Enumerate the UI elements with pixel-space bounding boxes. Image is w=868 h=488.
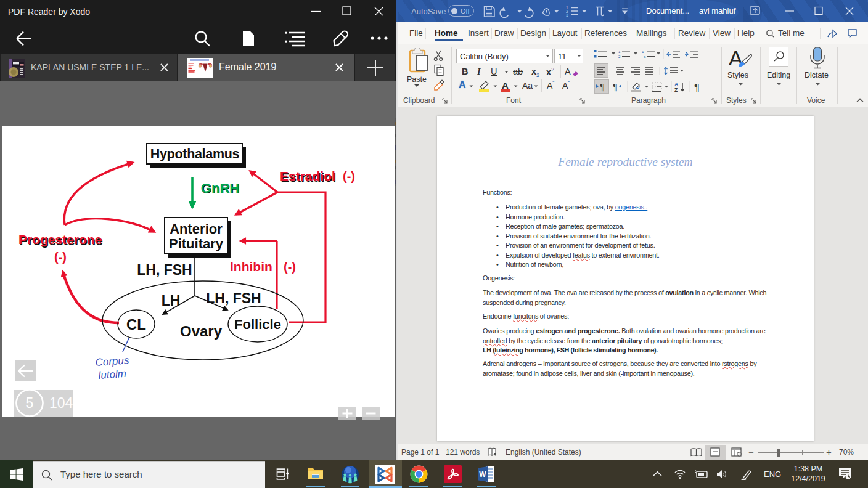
- svg-text:Follicle: Follicle: [234, 317, 281, 332]
- svg-text:Anterior: Anterior: [170, 221, 223, 237]
- svg-text:CL: CL: [126, 316, 146, 333]
- svg-text:¶: ¶: [613, 81, 618, 92]
- svg-text:Estradiol: Estradiol: [280, 169, 335, 183]
- svg-text:5: 5: [26, 395, 34, 411]
- svg-text:Inhibin: Inhibin: [230, 259, 272, 274]
- svg-text:Corpus: Corpus: [95, 354, 129, 368]
- svg-text:¶: ¶: [694, 82, 700, 92]
- svg-text:lutolm: lutolm: [98, 368, 127, 381]
- svg-text:104: 104: [49, 395, 73, 411]
- svg-text:1: 1: [618, 50, 621, 54]
- svg-text:Z: Z: [674, 87, 678, 92]
- svg-text:Ovary: Ovary: [180, 323, 223, 340]
- svg-text:¶: ¶: [600, 81, 605, 92]
- svg-text:Progesterone: Progesterone: [18, 232, 102, 246]
- svg-text:a: a: [644, 55, 646, 59]
- svg-text:LH: LH: [162, 293, 181, 309]
- svg-text:Pituitary: Pituitary: [169, 236, 224, 251]
- svg-text:2: 2: [618, 55, 621, 59]
- svg-text:(-): (-): [284, 260, 296, 274]
- svg-text:(-): (-): [54, 250, 67, 264]
- svg-text:Hypothalamus: Hypothalamus: [150, 147, 240, 161]
- svg-text:1: 1: [642, 50, 644, 54]
- svg-text:GnRH: GnRH: [201, 181, 239, 196]
- svg-text:LH, FSH: LH, FSH: [206, 290, 261, 306]
- svg-text:(-): (-): [343, 169, 355, 183]
- svg-text:3: 3: [566, 13, 568, 17]
- svg-text:LH, FSH: LH, FSH: [137, 262, 192, 278]
- svg-text:W: W: [479, 470, 486, 479]
